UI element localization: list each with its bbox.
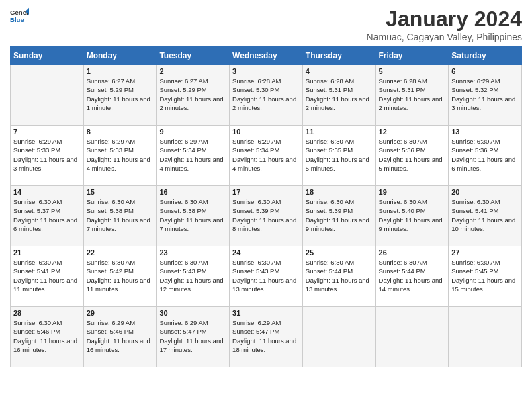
day-number: 24 [232,248,300,257]
logo: General Blue [10,7,29,26]
daylight: Daylight: 11 hours and 9 minutes. [379,216,443,232]
day-number: 1 [87,67,154,75]
sunset: Sunset: 5:36 PM [379,146,426,154]
day-number: 16 [159,188,226,196]
header-saturday: Saturday [449,47,522,65]
sunset: Sunset: 5:43 PM [159,267,206,275]
header-friday: Friday [375,47,449,65]
sunrise: Sunrise: 6:30 AM [451,259,500,266]
calendar-cell: 5 Sunrise: 6:28 AM Sunset: 5:31 PM Dayli… [375,65,449,126]
sunset: Sunset: 5:31 PM [306,86,353,93]
day-number: 4 [306,67,373,75]
calendar-cell: 27 Sunrise: 6:30 AM Sunset: 5:45 PM Dayl… [449,246,522,307]
cell-info: Sunrise: 6:30 AM Sunset: 5:41 PM Dayligh… [451,197,519,233]
sunrise: Sunrise: 6:29 AM [13,138,62,145]
daylight: Daylight: 11 hours and 17 minutes. [159,337,223,353]
sunset: Sunset: 5:42 PM [87,267,134,275]
day-number: 3 [232,67,300,75]
calendar-week-row: 1 Sunrise: 6:27 AM Sunset: 5:29 PM Dayli… [11,65,522,126]
cell-info: Sunrise: 6:30 AM Sunset: 5:44 PM Dayligh… [379,258,446,293]
day-number: 13 [451,128,519,136]
sunrise: Sunrise: 6:30 AM [87,198,135,205]
daylight: Daylight: 11 hours and 3 minutes. [451,95,515,111]
sunrise: Sunrise: 6:30 AM [451,198,500,205]
calendar-cell [449,307,522,367]
daylight: Daylight: 11 hours and 4 minutes. [87,156,150,172]
sunrise: Sunrise: 6:29 AM [87,138,135,145]
cell-info: Sunrise: 6:30 AM Sunset: 5:39 PM Dayligh… [232,197,300,233]
header-monday: Monday [83,47,157,65]
day-number: 5 [379,67,446,75]
sunset: Sunset: 5:39 PM [306,207,353,214]
sunset: Sunset: 5:38 PM [159,207,206,214]
sunset: Sunset: 5:33 PM [87,146,134,154]
sunrise: Sunrise: 6:30 AM [232,259,281,266]
calendar-cell: 1 Sunrise: 6:27 AM Sunset: 5:29 PM Dayli… [83,65,157,126]
calendar-cell: 24 Sunrise: 6:30 AM Sunset: 5:43 PM Dayl… [230,246,303,307]
cell-info: Sunrise: 6:29 AM Sunset: 5:46 PM Dayligh… [87,318,154,354]
calendar-cell: 29 Sunrise: 6:29 AM Sunset: 5:46 PM Dayl… [83,307,157,367]
sunset: Sunset: 5:41 PM [451,207,498,214]
calendar-cell: 23 Sunrise: 6:30 AM Sunset: 5:43 PM Dayl… [157,246,230,307]
sunset: Sunset: 5:37 PM [13,207,60,214]
cell-info: Sunrise: 6:28 AM Sunset: 5:31 PM Dayligh… [379,77,446,112]
sunset: Sunset: 5:29 PM [87,86,134,93]
day-number: 31 [232,309,300,317]
sunrise: Sunrise: 6:30 AM [13,259,62,266]
sunset: Sunset: 5:39 PM [232,207,279,214]
day-number: 23 [159,248,226,257]
sunset: Sunset: 5:41 PM [13,267,60,275]
day-number: 19 [379,188,446,196]
header-thursday: Thursday [302,47,375,65]
calendar-cell: 30 Sunrise: 6:29 AM Sunset: 5:47 PM Dayl… [157,307,230,367]
calendar-header-row: SundayMondayTuesdayWednesdayThursdayFrid… [11,47,522,65]
daylight: Daylight: 11 hours and 12 minutes. [159,277,223,293]
sunset: Sunset: 5:38 PM [87,207,134,214]
day-number: 26 [379,248,446,257]
sunrise: Sunrise: 6:30 AM [306,138,354,145]
calendar-cell: 21 Sunrise: 6:30 AM Sunset: 5:41 PM Dayl… [11,246,84,307]
sunset: Sunset: 5:31 PM [379,86,426,93]
calendar-cell: 25 Sunrise: 6:30 AM Sunset: 5:44 PM Dayl… [302,246,375,307]
daylight: Daylight: 11 hours and 11 minutes. [87,277,150,293]
daylight: Daylight: 11 hours and 5 minutes. [379,156,443,172]
sunset: Sunset: 5:47 PM [232,328,279,335]
calendar-week-row: 7 Sunrise: 6:29 AM Sunset: 5:33 PM Dayli… [11,126,522,186]
calendar-cell: 7 Sunrise: 6:29 AM Sunset: 5:33 PM Dayli… [11,126,84,186]
sunrise: Sunrise: 6:30 AM [379,259,427,266]
sunset: Sunset: 5:46 PM [13,328,60,335]
sunset: Sunset: 5:34 PM [232,146,279,154]
daylight: Daylight: 11 hours and 16 minutes. [87,337,150,353]
calendar-cell: 20 Sunrise: 6:30 AM Sunset: 5:41 PM Dayl… [449,186,522,246]
calendar-cell: 9 Sunrise: 6:29 AM Sunset: 5:34 PM Dayli… [157,126,230,186]
sunrise: Sunrise: 6:30 AM [232,198,281,205]
sunset: Sunset: 5:44 PM [306,267,353,275]
sunset: Sunset: 5:30 PM [232,86,279,93]
calendar-cell: 3 Sunrise: 6:28 AM Sunset: 5:30 PM Dayli… [230,65,303,126]
header-wednesday: Wednesday [230,47,303,65]
calendar-cell: 8 Sunrise: 6:29 AM Sunset: 5:33 PM Dayli… [83,126,157,186]
daylight: Daylight: 11 hours and 4 minutes. [232,156,296,172]
day-number: 12 [379,128,446,136]
cell-info: Sunrise: 6:30 AM Sunset: 5:42 PM Dayligh… [87,258,154,293]
calendar-cell: 14 Sunrise: 6:30 AM Sunset: 5:37 PM Dayl… [11,186,84,246]
sunrise: Sunrise: 6:29 AM [232,138,281,145]
calendar-cell [302,307,375,367]
cell-info: Sunrise: 6:30 AM Sunset: 5:43 PM Dayligh… [232,258,300,293]
calendar-week-row: 21 Sunrise: 6:30 AM Sunset: 5:41 PM Dayl… [11,246,522,307]
sunrise: Sunrise: 6:28 AM [306,77,354,85]
sunset: Sunset: 5:35 PM [306,146,353,154]
daylight: Daylight: 11 hours and 10 minutes. [451,216,515,232]
daylight: Daylight: 11 hours and 5 minutes. [306,156,369,172]
title-block: January 2024 Namuac, Cagayan Valley, Phi… [367,7,522,42]
calendar-cell: 15 Sunrise: 6:30 AM Sunset: 5:38 PM Dayl… [83,186,157,246]
cell-info: Sunrise: 6:30 AM Sunset: 5:37 PM Dayligh… [13,197,81,233]
cell-info: Sunrise: 6:30 AM Sunset: 5:35 PM Dayligh… [306,137,373,173]
daylight: Daylight: 11 hours and 16 minutes. [13,337,77,353]
calendar-cell: 10 Sunrise: 6:29 AM Sunset: 5:34 PM Dayl… [230,126,303,186]
cell-info: Sunrise: 6:30 AM Sunset: 5:36 PM Dayligh… [379,137,446,173]
sunrise: Sunrise: 6:27 AM [159,77,208,85]
daylight: Daylight: 11 hours and 13 minutes. [306,277,369,293]
cell-info: Sunrise: 6:30 AM Sunset: 5:38 PM Dayligh… [87,197,154,233]
header-sunday: Sunday [11,47,84,65]
